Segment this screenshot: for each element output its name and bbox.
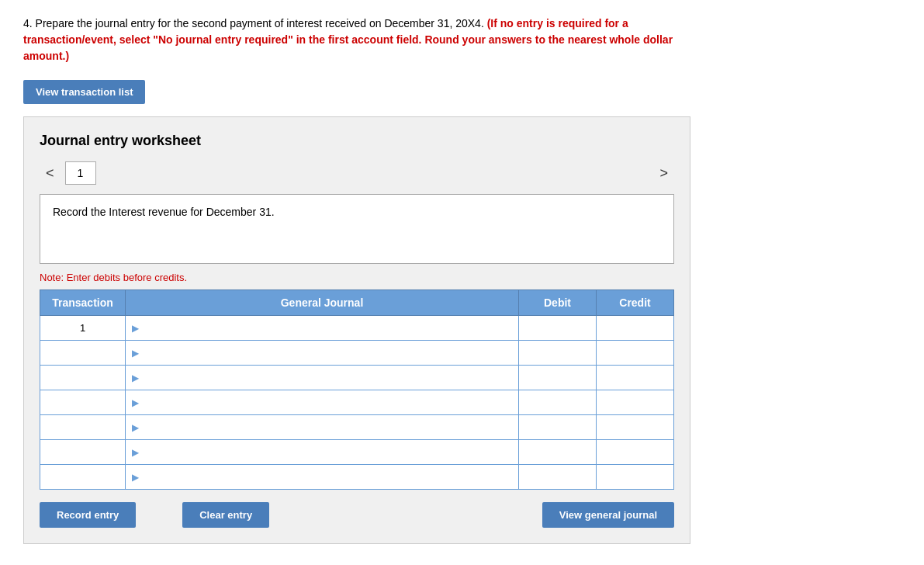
worksheet-description: Record the Interest revenue for December… [40, 194, 674, 264]
clear-entry-button[interactable]: Clear entry [182, 502, 269, 528]
table-row[interactable]: ▶ [40, 440, 674, 465]
row-arrow-icon: ▶ [132, 323, 139, 334]
table-row[interactable]: ▶ [40, 415, 674, 440]
cell-debit[interactable] [519, 390, 597, 415]
cell-credit[interactable] [597, 366, 674, 390]
cell-general-journal[interactable]: ▶ [126, 316, 519, 341]
question-number: 4. [23, 17, 33, 29]
cell-transaction[interactable] [40, 465, 126, 490]
view-transaction-list-button[interactable]: View transaction list [23, 80, 145, 104]
cell-transaction[interactable] [40, 440, 126, 465]
question-text: 4. Prepare the journal entry for the sec… [23, 16, 690, 64]
cell-credit[interactable] [597, 440, 674, 465]
cell-general-journal[interactable]: ▶ [126, 341, 519, 366]
header-general-journal: General Journal [126, 290, 519, 316]
cell-debit[interactable] [519, 341, 597, 366]
cell-debit[interactable] [519, 366, 597, 390]
worksheet-title: Journal entry worksheet [40, 133, 674, 149]
worksheet-navigation: < 1 > [40, 161, 674, 185]
view-general-journal-button[interactable]: View general journal [542, 502, 674, 528]
row-arrow-icon: ▶ [132, 472, 139, 483]
cell-general-journal[interactable]: ▶ [126, 440, 519, 465]
cell-credit[interactable] [597, 415, 674, 440]
cell-transaction[interactable] [40, 415, 126, 440]
row-arrow-icon: ▶ [132, 348, 139, 359]
cell-credit[interactable] [597, 316, 674, 341]
row-arrow-icon: ▶ [132, 397, 139, 408]
header-credit: Credit [597, 290, 674, 316]
table-row[interactable]: ▶ [40, 341, 674, 366]
header-transaction: Transaction [40, 290, 126, 316]
question-text-normal: Prepare the journal entry for the second… [36, 17, 484, 29]
prev-page-button[interactable]: < [40, 162, 61, 185]
row-arrow-icon: ▶ [132, 447, 139, 458]
cell-debit[interactable] [519, 415, 597, 440]
table-row[interactable]: 1▶ [40, 316, 674, 341]
cell-credit[interactable] [597, 390, 674, 415]
journal-table: Transaction General Journal Debit Credit… [40, 289, 674, 490]
journal-entry-worksheet: Journal entry worksheet < 1 > Record the… [23, 116, 690, 544]
cell-debit[interactable] [519, 316, 597, 341]
cell-general-journal[interactable]: ▶ [126, 366, 519, 390]
cell-general-journal[interactable]: ▶ [126, 465, 519, 490]
cell-general-journal[interactable]: ▶ [126, 415, 519, 440]
page-number: 1 [65, 161, 96, 185]
cell-transaction[interactable] [40, 341, 126, 366]
worksheet-buttons: Record entry Clear entry View general jo… [40, 490, 674, 543]
cell-debit[interactable] [519, 465, 597, 490]
record-entry-button[interactable]: Record entry [40, 502, 136, 528]
cell-credit[interactable] [597, 341, 674, 366]
cell-debit[interactable] [519, 440, 597, 465]
table-row[interactable]: ▶ [40, 366, 674, 390]
next-page-button[interactable]: > [653, 162, 674, 185]
cell-transaction[interactable] [40, 366, 126, 390]
cell-transaction[interactable]: 1 [40, 316, 126, 341]
debits-note: Note: Enter debits before credits. [40, 272, 674, 283]
row-arrow-icon: ▶ [132, 373, 139, 383]
cell-transaction[interactable] [40, 390, 126, 415]
row-arrow-icon: ▶ [132, 422, 139, 433]
cell-credit[interactable] [597, 465, 674, 490]
table-row[interactable]: ▶ [40, 465, 674, 490]
header-debit: Debit [519, 290, 597, 316]
table-row[interactable]: ▶ [40, 390, 674, 415]
cell-general-journal[interactable]: ▶ [126, 390, 519, 415]
